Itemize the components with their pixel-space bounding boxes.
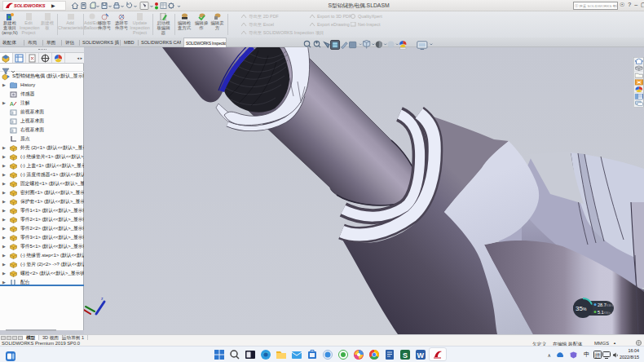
svg-text:A: A [10, 101, 14, 107]
svg-text:28.7KB/s: 28.7KB/s [598, 302, 613, 307]
svg-text:SOLIDWORKS: SOLIDWORKS [14, 3, 46, 8]
svg-text:35%: 35% [576, 305, 587, 312]
svg-text:5.1KB/s: 5.1KB/s [598, 310, 611, 315]
svg-text:拼: 拼 [595, 352, 601, 358]
svg-text:S: S [403, 351, 408, 360]
svg-text:W: W [417, 351, 425, 360]
